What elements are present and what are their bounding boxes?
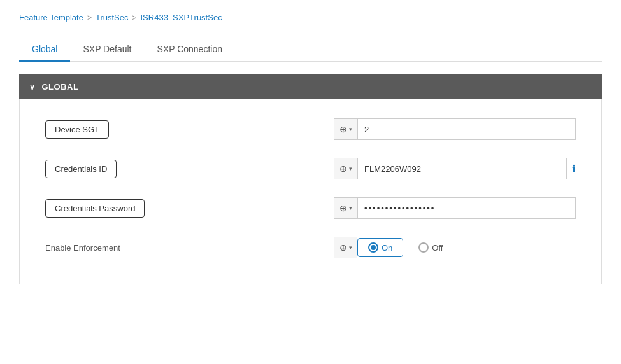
input-col-enable-enforcement: ⊕ ▾ On Off [334, 237, 576, 258]
globe-dropdown-credentials-id[interactable]: ⊕ ▾ [334, 158, 357, 179]
breadcrumb-current: ISR433_SXPTrustSec [141, 13, 222, 22]
breadcrumb-trustsec[interactable]: TrustSec [96, 13, 129, 22]
label-col-enable-enforcement: Enable Enforcement [45, 242, 185, 253]
caret-icon: ▾ [349, 165, 352, 172]
credentials-id-input[interactable] [357, 158, 567, 179]
tab-bar: Global SXP Default SXP Connection [19, 38, 602, 62]
label-credentials-password: Credentials Password [45, 199, 145, 218]
globe-icon: ⊕ [339, 242, 347, 253]
radio-off[interactable]: Off [408, 239, 453, 256]
radio-group-enforcement: On Off [357, 238, 453, 257]
credentials-password-input[interactable] [357, 197, 576, 219]
input-col-device-sgt: ⊕ ▾ [334, 118, 576, 140]
row-credentials-id: Credentials ID ⊕ ▾ ℹ [45, 158, 576, 179]
globe-dropdown-device-sgt[interactable]: ⊕ ▾ [334, 118, 357, 140]
globe-dropdown-credentials-password[interactable]: ⊕ ▾ [334, 197, 357, 219]
section-title: GLOBAL [42, 82, 79, 92]
caret-icon: ▾ [349, 126, 352, 132]
globe-icon: ⊕ [339, 124, 347, 134]
caret-icon: ▾ [349, 244, 352, 251]
radio-circle-on [368, 242, 378, 253]
section-global-header[interactable]: ∨ GLOBAL [19, 74, 602, 99]
device-sgt-input[interactable] [357, 118, 576, 140]
radio-off-label: Off [432, 243, 443, 253]
breadcrumb-sep-1: > [87, 13, 92, 22]
tab-sxp-connection[interactable]: SXP Connection [144, 38, 234, 62]
input-col-credentials-id: ⊕ ▾ ℹ [334, 158, 576, 179]
globe-icon: ⊕ [339, 164, 347, 174]
row-enable-enforcement: Enable Enforcement ⊕ ▾ On Off [45, 237, 576, 258]
radio-on-label: On [382, 243, 392, 253]
breadcrumb-feature-template[interactable]: Feature Template [19, 13, 83, 22]
caret-icon: ▾ [349, 205, 352, 211]
row-device-sgt: Device SGT ⊕ ▾ [45, 118, 576, 140]
breadcrumb-sep-2: > [132, 13, 136, 22]
label-device-sgt: Device SGT [45, 120, 109, 139]
radio-on[interactable]: On [357, 238, 403, 257]
label-col-credentials-id: Credentials ID [45, 160, 185, 178]
tab-sxp-default[interactable]: SXP Default [70, 38, 144, 62]
form-area: Device SGT ⊕ ▾ Credentials ID ⊕ ▾ [19, 99, 602, 284]
breadcrumb: Feature Template > TrustSec > ISR433_SXP… [19, 13, 602, 22]
main-container: Feature Template > TrustSec > ISR433_SXP… [0, 0, 621, 364]
globe-icon: ⊕ [339, 203, 347, 213]
radio-circle-off [418, 242, 429, 253]
globe-dropdown-enable-enforcement[interactable]: ⊕ ▾ [334, 237, 357, 258]
label-col-device-sgt: Device SGT [45, 120, 185, 139]
label-credentials-id: Credentials ID [45, 160, 117, 178]
label-enable-enforcement: Enable Enforcement [45, 239, 120, 256]
info-icon[interactable]: ℹ [572, 163, 576, 175]
tab-global[interactable]: Global [19, 38, 70, 62]
label-col-credentials-password: Credentials Password [45, 199, 185, 218]
input-col-credentials-password: ⊕ ▾ [334, 197, 576, 219]
chevron-down-icon: ∨ [29, 83, 36, 92]
row-credentials-password: Credentials Password ⊕ ▾ [45, 197, 576, 219]
